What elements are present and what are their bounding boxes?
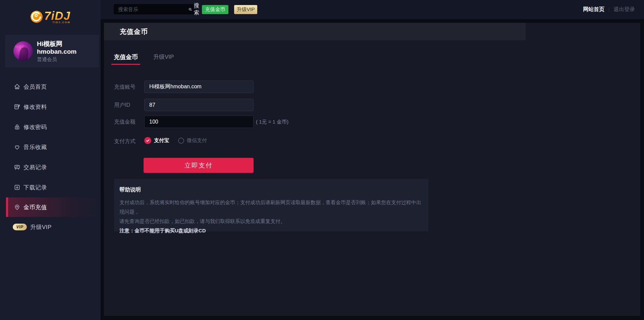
sidebar-item-coin-recharge[interactable]: 金币充值 (6, 197, 101, 217)
amount-label: 充值金额 (114, 116, 136, 128)
topbar-vip-button[interactable]: 升级VIP (234, 5, 257, 14)
payment-options: 支付宝 微信支付 (144, 137, 207, 144)
main-panel: 充值金币 充值金币 升级VIP 充值账号 用户ID 充值金额 ( 1元 = 1 … (104, 23, 640, 316)
help-line: 支付成功后，系统将实时给你的账号增加对应的金币；支付成功后请刷新网页读取最新数据… (119, 198, 423, 217)
form-row-userid: 用户ID (104, 99, 439, 111)
userid-field[interactable] (144, 99, 254, 111)
topbar-recharge-button[interactable]: 充值金币 (202, 5, 228, 14)
member-recharge-page: 7iDJ 7IDJ.COM Hi模板网 hmoban.com 普通会员 会员首页 (0, 0, 644, 320)
form-row-amount: 充值金额 ( 1元 = 1 金币) (104, 116, 439, 128)
link-divider (609, 7, 609, 12)
profile-edit-icon (14, 103, 20, 110)
topbar-links: 网站首页 退出登录 (583, 0, 635, 19)
site-logo[interactable]: 7iDJ 7IDJ.COM (0, 6, 101, 28)
logo-disc-icon (30, 10, 43, 23)
membership-level: 普通会员 (37, 56, 57, 63)
exchange-rate-note: ( 1元 = 1 金币) (256, 116, 288, 128)
pay-now-button[interactable]: 立即支付 (144, 158, 254, 173)
payment-method-label: 支付方式 (114, 137, 136, 146)
coin-pin-icon (14, 204, 20, 211)
help-title: 帮助说明 (119, 186, 423, 193)
account-field[interactable] (144, 81, 254, 93)
sidebar-item-music-favorites[interactable]: 音乐收藏 (0, 137, 101, 157)
form-row-account: 充值账号 (104, 81, 439, 93)
heart-icon (14, 144, 20, 150)
logo-text: 7iDJ (44, 10, 70, 21)
search-box: 搜索 (114, 4, 196, 14)
alipay-label: 支付宝 (154, 137, 169, 144)
sidebar-item-label: 下载记录 (23, 184, 47, 191)
search-button-label: 搜索 (194, 2, 201, 16)
panel-header: 充值金币 (104, 23, 526, 40)
radio-alipay[interactable]: 支付宝 (144, 137, 169, 144)
tab-upgrade-vip[interactable]: 升级VIP (151, 51, 176, 65)
sidebar-item-label: 升级VIP (30, 223, 52, 231)
search-input[interactable] (114, 4, 185, 14)
page-title: 充值金币 (120, 27, 148, 36)
radio-wechat-pay[interactable]: 微信支付 (178, 137, 207, 144)
profile-name: Hi模板网 hmoban.com (37, 40, 76, 55)
wechat-pay-label: 微信支付 (187, 137, 207, 144)
help-warning: 注意：金币不能用于购买U盘或刻录CD (119, 226, 423, 235)
sidebar-item-download-history[interactable]: 下载记录 (0, 177, 101, 197)
sidebar-item-member-home[interactable]: 会员首页 (0, 77, 101, 97)
userid-label: 用户ID (114, 99, 130, 111)
profile-card: Hi模板网 hmoban.com 普通会员 (5, 35, 99, 67)
sidebar-item-label: 修改密码 (23, 123, 47, 131)
avatar (13, 41, 33, 61)
sidebar-item-edit-profile[interactable]: 修改资料 (0, 97, 101, 117)
sidebar: 7iDJ 7IDJ.COM Hi模板网 hmoban.com 普通会员 会员首页 (0, 0, 101, 320)
topbar: 搜索 充值金币 升级VIP 网站首页 退出登录 (101, 0, 644, 19)
logo-domain: 7IDJ.COM (52, 21, 70, 24)
help-box: 帮助说明 支付成功后，系统将实时给你的账号增加对应的金币；支付成功后请刷新网页读… (114, 179, 428, 231)
chart-board-icon (14, 164, 20, 171)
tabs: 充值金币 升级VIP (111, 51, 176, 66)
sidebar-item-transaction-history[interactable]: 交易记录 (0, 157, 101, 177)
lock-icon (14, 124, 20, 130)
vip-badge-icon: VIP (13, 224, 27, 230)
sidebar-item-change-password[interactable]: 修改密码 (0, 117, 101, 137)
profile-name-line1: Hi模板网 (37, 40, 76, 48)
sidebar-item-label: 金币充值 (23, 203, 47, 211)
radio-unchecked-icon (178, 138, 184, 144)
download-icon (14, 184, 20, 191)
tab-recharge-coins[interactable]: 充值金币 (111, 51, 140, 65)
account-label: 充值账号 (114, 81, 136, 93)
sidebar-menu: 会员首页 修改资料 修改密码 音乐收藏 (0, 77, 101, 237)
sidebar-item-label: 修改资料 (23, 103, 47, 111)
sidebar-item-label: 交易记录 (23, 164, 47, 171)
home-icon (14, 83, 20, 90)
logout-link[interactable]: 退出登录 (613, 6, 635, 13)
magnifier-icon (189, 7, 192, 12)
help-line: 请先查询是否已经扣款，如已扣款，请与我们取得联系以免造成重复支付。 (119, 217, 423, 226)
amount-field[interactable] (144, 116, 254, 128)
sidebar-item-label: 会员首页 (23, 83, 47, 91)
sidebar-item-label: 音乐收藏 (23, 143, 47, 151)
profile-name-line2: hmoban.com (37, 48, 76, 55)
sidebar-item-upgrade-vip[interactable]: VIP 升级VIP (0, 217, 101, 237)
payment-method-row: 支付方式 支付宝 微信支付 (104, 137, 439, 146)
radio-checked-icon (144, 137, 151, 144)
site-home-link[interactable]: 网站首页 (583, 6, 604, 13)
